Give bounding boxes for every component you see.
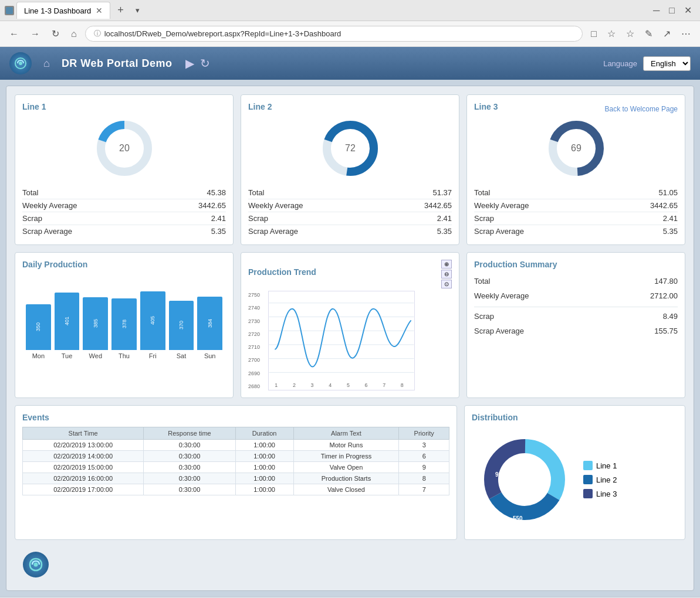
- hub-button[interactable]: ☆: [623, 26, 638, 42]
- back-button[interactable]: ←: [6, 26, 22, 42]
- bar-sat-label: 370: [178, 321, 184, 329]
- y-2750: 2750: [248, 292, 268, 298]
- middle-row: Daily Production 350 401: [15, 252, 685, 398]
- x-8: 8: [401, 382, 404, 388]
- legend-line3: Line 3: [583, 489, 617, 498]
- bookmark-button[interactable]: ☆: [604, 26, 619, 42]
- event-row-2: 02/20/2019 14:00:00 0:30:00 1:00:00 Time…: [23, 451, 449, 462]
- col-alarm-text: Alarm Text: [293, 427, 399, 440]
- legend-line2-color: [583, 475, 593, 484]
- tab-close-button[interactable]: ✕: [96, 6, 103, 15]
- legend-line1-label: Line 1: [596, 461, 617, 470]
- header-right: Language English: [603, 56, 691, 71]
- line2-scrapavg-label: Scrap Average: [248, 227, 298, 236]
- line3-weekly-label: Weekly Average: [474, 201, 529, 210]
- event-5-priority: 7: [399, 484, 449, 495]
- summary-weekly-row: Weekly Average 2712.00: [474, 288, 678, 303]
- refresh-button[interactable]: ↻: [200, 56, 210, 70]
- home-nav-button[interactable]: ⌂: [40, 55, 53, 72]
- event-3-duration: 1:00:00: [235, 462, 293, 473]
- url-text: localhost/DRweb_Demo/webreport.aspx?RepI…: [104, 29, 341, 38]
- app-header-actions: ▶ ↻: [185, 56, 210, 70]
- summary-total-row: Total 147.80: [474, 274, 678, 288]
- col-start-time: Start Time: [23, 427, 144, 440]
- app-logo: [9, 52, 32, 74]
- back-to-welcome-link[interactable]: Back to Welcome Page: [604, 105, 678, 113]
- svg-rect-0: [6, 7, 13, 14]
- bar-days-row: Mon Tue Wed Thu Fri Sat Sun: [25, 350, 224, 359]
- bottom-logo: [23, 552, 49, 577]
- zoom-in-button[interactable]: ⊕: [441, 260, 452, 269]
- bar-fri: 405: [140, 291, 165, 350]
- legend-line3-color: [583, 489, 593, 498]
- zoom-reset-button[interactable]: ⊙: [441, 280, 452, 288]
- legend-line3-label: Line 3: [596, 490, 617, 498]
- y-axis-labels: 2750 2740 2730 2720 2710 2700 2690 2680: [248, 291, 268, 390]
- address-bar[interactable]: ⓘ localhost/DRweb_Demo/webreport.aspx?Re…: [85, 26, 583, 42]
- line2-weekly-value: 3442.65: [424, 201, 452, 210]
- line2-scrap-value: 2.41: [437, 214, 452, 223]
- settings-button[interactable]: ⋯: [678, 26, 694, 42]
- minimize-button[interactable]: ─: [650, 2, 663, 18]
- summary-total-value: 147.80: [654, 277, 678, 286]
- event-4-alarm: Production Starts: [293, 473, 399, 484]
- x-5: 5: [347, 382, 350, 388]
- event-2-start: 02/20/2019 14:00:00: [23, 451, 144, 462]
- daily-production-card: Daily Production 350 401: [15, 252, 234, 398]
- maximize-button[interactable]: □: [665, 2, 678, 18]
- play-button[interactable]: ▶: [185, 56, 194, 70]
- browser-tab[interactable]: Line 1-3 Dashboard ✕: [16, 2, 110, 19]
- summary-scrap-value: 8.49: [663, 312, 678, 321]
- bar-sun-label: 384: [207, 319, 213, 328]
- zoom-out-button[interactable]: ⊖: [441, 270, 452, 278]
- language-select[interactable]: English: [643, 56, 691, 71]
- line3-total-row: Total 51.05: [474, 186, 678, 199]
- reload-button[interactable]: ↻: [48, 26, 63, 42]
- new-tab-button[interactable]: +: [113, 4, 128, 16]
- summary-scrap-label: Scrap: [474, 312, 494, 321]
- summary-scrap-row: Scrap 8.49: [474, 307, 678, 324]
- events-title: Events: [22, 413, 449, 422]
- event-2-duration: 1:00:00: [235, 451, 293, 462]
- distribution-donut: 900 550: [478, 433, 572, 526]
- y-2720: 2720: [248, 331, 268, 337]
- event-5-alarm: Valve Closed: [293, 484, 399, 495]
- home-button[interactable]: ⌂: [67, 26, 80, 42]
- dist-label-550: 550: [513, 515, 523, 522]
- legend-line1-color: [583, 461, 593, 470]
- tab-list-button[interactable]: ▾: [131, 6, 144, 15]
- close-window-button[interactable]: ✕: [681, 2, 695, 18]
- event-1-duration: 1:00:00: [235, 440, 293, 451]
- line2-scrapavg-value: 5.35: [437, 227, 452, 236]
- forward-button[interactable]: →: [27, 26, 43, 42]
- line2-scrap-row: Scrap 2.41: [248, 212, 452, 225]
- bar-mon-label: 350: [35, 322, 41, 331]
- events-table-body: 02/20/2019 13:00:00 0:30:00 1:00:00 Moto…: [23, 440, 449, 495]
- line1-total-value: 45.38: [207, 188, 226, 197]
- production-summary-title: Production Summary: [474, 260, 678, 269]
- line1-stats: Total 45.38 Weekly Average 3442.65 Scrap…: [22, 186, 226, 237]
- distribution-card: Distribution 900 550: [464, 405, 685, 540]
- event-3-start: 02/20/2019 15:00:00: [23, 462, 144, 473]
- bar-wed-label: 385: [93, 319, 99, 328]
- nav-actions: □ ☆ ☆ ✎ ↗ ⋯: [587, 26, 694, 42]
- top-row: Line 1 20 Total 45.38 Weekly Average: [15, 94, 685, 245]
- y-2680: 2680: [248, 383, 268, 389]
- y-2700: 2700: [248, 357, 268, 363]
- line1-weekly-value: 3442.65: [198, 201, 226, 210]
- line2-donut-value: 72: [345, 143, 356, 153]
- line1-scrapavg-value: 5.35: [211, 227, 226, 236]
- event-5-start: 02/20/2019 17:00:00: [23, 484, 144, 495]
- line3-scrapavg-row: Scrap Average 5.35: [474, 225, 678, 237]
- distribution-title: Distribution: [472, 413, 678, 422]
- share-button[interactable]: ↗: [660, 26, 674, 42]
- event-5-response: 0:30:00: [144, 484, 235, 495]
- legend-line2: Line 2: [583, 475, 617, 484]
- event-4-response: 0:30:00: [144, 473, 235, 484]
- summary-scrapavg-label: Scrap Average: [474, 327, 524, 335]
- notes-button[interactable]: ✎: [641, 26, 656, 42]
- event-4-duration: 1:00:00: [235, 473, 293, 484]
- reader-button[interactable]: □: [587, 26, 600, 42]
- event-2-priority: 6: [399, 451, 449, 462]
- bar-wed: 385: [83, 297, 108, 350]
